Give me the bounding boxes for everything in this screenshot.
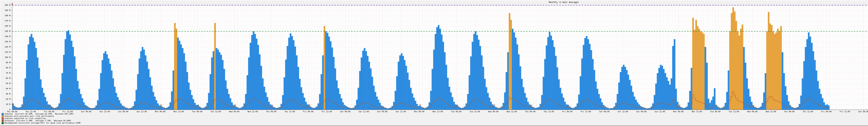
x-tick-label: Fri 12:00 xyxy=(838,111,852,113)
y-tick-label: 40 M xyxy=(0,88,10,90)
x-tick-label: Fri 12:00 xyxy=(61,111,75,113)
x-tick-label: Fri 12:00 xyxy=(320,111,334,113)
y-tick-label: 10 M xyxy=(0,103,10,105)
x-tick-label: Sat 00:00 xyxy=(857,111,868,113)
legend-row: Inbound [Current-45.93M, Average-62.47M,… xyxy=(2,113,81,115)
x-tick-label: Sun 12:00 xyxy=(653,111,667,113)
x-tick-label: Sun 00:00 xyxy=(116,111,130,113)
x-tick-label: Tue 12:00 xyxy=(209,111,223,113)
x-tick-label: Wed 00:00 xyxy=(487,111,500,113)
legend-label: Inbound with possible poor link performa… xyxy=(4,115,54,117)
x-tick-label: Fri 00:00 xyxy=(42,111,56,113)
x-tick-label: Sun 12:00 xyxy=(394,111,408,113)
x-tick-label: Fri 00:00 xyxy=(301,111,315,113)
x-tick-label: Thu 12:00 xyxy=(801,111,815,113)
y-tick-label: 140 M xyxy=(0,35,10,37)
y-tick-label: 90 M xyxy=(0,61,10,64)
x-tick-label: Tue 00:00 xyxy=(709,111,722,113)
x-tick-label: Wed 12:00 xyxy=(505,111,519,113)
y-tick-label: 110 M xyxy=(0,51,10,53)
y-tick-label: 100 M xyxy=(0,56,10,58)
legend-swatch-icon xyxy=(2,116,4,117)
x-tick-label: Thu 12:00 xyxy=(542,111,556,113)
y-tick-label: 200 M xyxy=(0,4,10,6)
y-tick-label: 190 M xyxy=(0,9,10,11)
chart-plot-area xyxy=(0,0,868,126)
x-tick-label: Mon 00:00 xyxy=(412,111,426,113)
y-tick-label: 30 M xyxy=(0,93,10,95)
x-tick-label: Wed 12:00 xyxy=(764,111,778,113)
x-tick-label: Thu 00:00 xyxy=(5,111,19,113)
legend-row: Outbound [Current-3.36M, Average-7.75M, … xyxy=(2,120,81,122)
y-tick-label: 120 M xyxy=(0,46,10,48)
x-tick-label: Sun 00:00 xyxy=(634,111,648,113)
x-tick-label: Fri 00:00 xyxy=(560,111,574,113)
legend-row: Inbound with possible poor link performa… xyxy=(2,115,81,117)
x-tick-label: Fri 00:00 xyxy=(819,111,833,113)
legend-row: Recommended consistent average(75%) for … xyxy=(2,122,81,124)
x-tick-label: Thu 00:00 xyxy=(782,111,796,113)
x-tick-label: Sat 00:00 xyxy=(597,111,611,113)
legend-swatch-icon xyxy=(2,122,4,124)
legend-swatch-icon xyxy=(2,120,4,122)
x-tick-label: Tue 00:00 xyxy=(190,111,204,113)
x-tick-label: Fri 12:00 xyxy=(579,111,593,113)
y-tick-label: 180 M xyxy=(0,15,10,17)
legend: Inbound [Current-45.93M, Average-62.47M,… xyxy=(2,113,81,124)
x-tick-label: Wed 12:00 xyxy=(246,111,260,113)
y-tick-label: 130 M xyxy=(0,41,10,43)
legend-row: Inbound subjected to link congestion xyxy=(2,118,81,120)
x-tick-label: Sat 12:00 xyxy=(98,111,112,113)
x-tick-label: Mon 12:00 xyxy=(690,111,704,113)
legend-swatch-icon xyxy=(2,113,4,115)
x-tick-label: Mon 00:00 xyxy=(153,111,167,113)
legend-label: Recommended consistent average(75%) for … xyxy=(4,122,81,124)
x-tick-label: Sat 12:00 xyxy=(616,111,630,113)
x-tick-label: Mon 12:00 xyxy=(172,111,186,113)
legend-swatch-icon xyxy=(2,118,4,120)
y-tick-label: 170 M xyxy=(0,20,10,22)
y-tick-label: 160 M xyxy=(0,25,10,27)
x-tick-label: Sat 00:00 xyxy=(338,111,352,113)
legend-label: Inbound [Current-45.93M, Average-62.47M,… xyxy=(4,113,73,115)
x-tick-label: Mon 12:00 xyxy=(431,111,445,113)
x-tick-label: Wed 00:00 xyxy=(227,111,241,113)
x-tick-label: Sun 00:00 xyxy=(375,111,389,113)
x-tick-label: Thu 12:00 xyxy=(24,111,38,113)
y-tick-label: 60 M xyxy=(0,77,10,79)
y-tick-label: 50 M xyxy=(0,82,10,84)
y-tick-label: 80 M xyxy=(0,67,10,69)
x-tick-label: Mon 00:00 xyxy=(672,111,685,113)
x-tick-label: Sat 12:00 xyxy=(357,111,371,113)
x-tick-label: Tue 12:00 xyxy=(727,111,741,113)
legend-label: Outbound [Current-3.36M, Average-7.75M, … xyxy=(4,120,71,122)
x-tick-label: Sun 12:00 xyxy=(135,111,149,113)
x-tick-label: Wed 00:00 xyxy=(745,111,759,113)
x-tick-label: Thu 00:00 xyxy=(264,111,278,113)
legend-label: Inbound subjected to link congestion xyxy=(4,118,46,120)
x-tick-label: Sat 00:00 xyxy=(79,111,93,113)
bandwidth-graph: Monthly (1 Hour Average) 200 M190 M180 M… xyxy=(0,0,868,126)
x-tick-label: Thu 12:00 xyxy=(283,111,297,113)
y-tick-label: 150 M xyxy=(0,30,10,32)
x-tick-label: Tue 12:00 xyxy=(468,111,482,113)
y-tick-label: 70 M xyxy=(0,72,10,74)
y-tick-label: 20 M xyxy=(0,98,10,100)
x-tick-label: Thu 00:00 xyxy=(523,111,537,113)
x-tick-label: Tue 00:00 xyxy=(449,111,463,113)
